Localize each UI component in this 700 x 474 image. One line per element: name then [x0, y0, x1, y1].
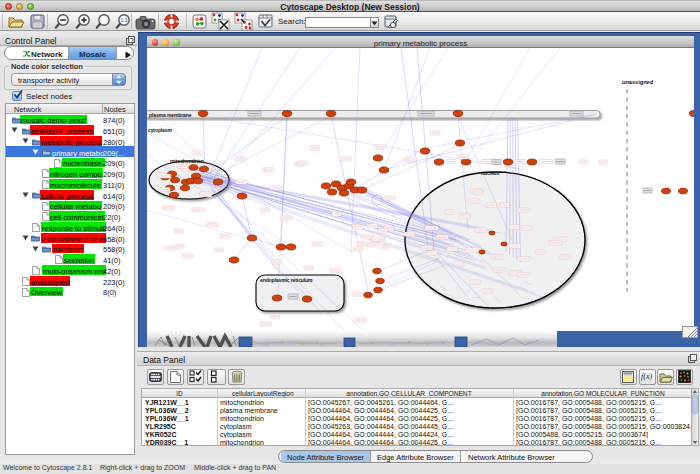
svg-text:unassigned: unassigned — [622, 79, 654, 85]
svg-text:nucleus: nucleus — [481, 170, 500, 176]
svg-text:mitochondrion: mitochondrion — [170, 158, 204, 164]
svg-text:cytoplasm: cytoplasm — [148, 127, 172, 133]
svg-text:endoplasmic reticulum: endoplasmic reticulum — [260, 277, 313, 283]
svg-text:plasma membrane: plasma membrane — [149, 112, 192, 118]
svg-text:1:1: 1:1 — [121, 17, 128, 23]
